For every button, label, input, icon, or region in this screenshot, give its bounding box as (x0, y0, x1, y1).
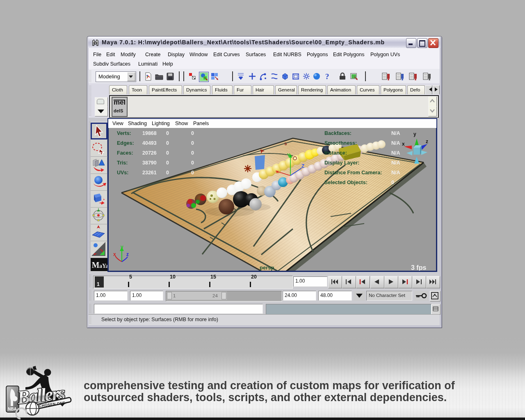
svg-text:z: z (426, 139, 428, 144)
svg-text:Y: Y (287, 153, 290, 158)
svg-text:Instance:: Instance: (324, 150, 347, 156)
svg-text:0: 0 (166, 130, 169, 136)
svg-text:N/A: N/A (391, 160, 400, 166)
svg-text:0: 0 (166, 170, 169, 176)
svg-text:persp: persp (260, 265, 274, 271)
svg-text:MaYa: MaYa (92, 260, 107, 270)
svg-text:19868: 19868 (142, 130, 157, 136)
svg-text:Display Layer:: Display Layer: (324, 160, 359, 166)
svg-text:NBA: NBA (8, 407, 17, 411)
svg-text:0: 0 (191, 140, 194, 146)
svg-text:y: y (413, 131, 416, 137)
svg-text:0: 0 (191, 150, 194, 156)
svg-text:Verts:: Verts: (117, 130, 131, 136)
svg-text:z: z (126, 251, 129, 257)
svg-text:0: 0 (391, 180, 394, 185)
svg-text:38790: 38790 (142, 160, 157, 166)
svg-text:Edges:: Edges: (117, 140, 134, 146)
svg-text:0: 0 (166, 140, 169, 146)
svg-text:Smoothness:: Smoothness: (324, 140, 357, 146)
svg-text:0: 0 (191, 170, 194, 176)
svg-text:Tris:: Tris: (117, 160, 128, 166)
svg-text:b: b (285, 142, 287, 146)
svg-text:UVs:: UVs: (117, 170, 128, 176)
svg-text:N/A: N/A (391, 150, 400, 156)
svg-text:Distance From Camera:: Distance From Camera: (324, 170, 382, 176)
svg-text:0: 0 (166, 160, 169, 166)
svg-text:3 fps: 3 fps (411, 264, 426, 271)
svg-text:20726: 20726 (142, 150, 157, 156)
svg-text:40493: 40493 (142, 140, 157, 146)
svg-text:x: x (276, 169, 279, 174)
svg-text:N/A: N/A (391, 140, 400, 146)
svg-text:?: ? (325, 72, 329, 81)
svg-text:0: 0 (166, 150, 169, 156)
svg-text:Z: Z (301, 163, 304, 169)
svg-text:Faces:: Faces: (117, 150, 133, 156)
svg-text:0: 0 (191, 130, 194, 136)
svg-text:Backfaces:: Backfaces: (324, 130, 352, 136)
svg-text:23261: 23261 (142, 170, 157, 176)
svg-text:y: y (121, 244, 123, 250)
svg-text:0: 0 (191, 160, 194, 166)
svg-text:N/A: N/A (391, 130, 400, 136)
svg-text:x: x (402, 141, 405, 147)
svg-text:x: x (113, 251, 116, 257)
svg-text:N/A: N/A (391, 170, 400, 176)
svg-text:Selected Objects:: Selected Objects: (324, 180, 368, 185)
